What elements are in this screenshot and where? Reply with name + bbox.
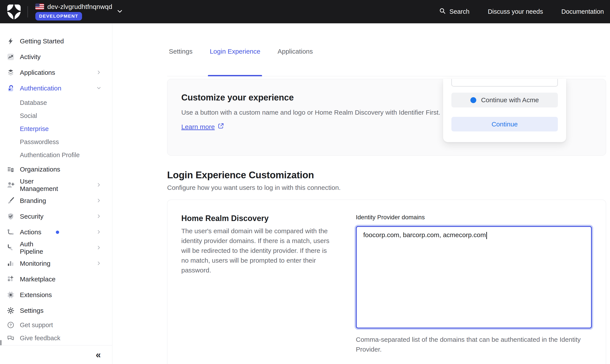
sidebar-item-give-feedback[interactable]: Give feedback [0,332,112,345]
sidebar-item-organizations[interactable]: Organizations [0,161,112,177]
section-subtitle: Configure how you want users to log in w… [167,184,606,191]
sidebar-nav: Getting Started Activity Applications Au… [0,23,112,345]
tab-login-experience[interactable]: Login Experience [208,45,262,76]
gear-icon [7,307,15,314]
activity-chart-icon [7,53,15,61]
collapse-sidebar-button[interactable]: « [96,350,101,359]
chevron-right-icon [96,244,101,251]
unlocked-padlock-icon [7,84,15,92]
tab-settings[interactable]: Settings [167,45,194,76]
lightning-icon [7,37,15,45]
tab-applications[interactable]: Applications [276,45,315,76]
sidebar-item-auth-pipeline[interactable]: Auth Pipeline [0,240,112,256]
login-preview-widget: Continue with Acme Continue [443,79,566,142]
chevron-right-icon [96,69,101,76]
layers-icon [7,69,15,77]
help-circle-icon: ? [7,321,15,329]
sidebar-item-activity[interactable]: Activity [0,49,112,65]
topbar: dev-zlvgrudhtfnqnwqd DEVELOPMENT Search … [0,0,610,23]
paintbrush-icon [7,197,15,205]
home-realm-discovery-description: The user's email domain will be compared… [181,226,334,275]
sidebar-item-monitoring[interactable]: Monitoring [0,256,112,271]
topbar-divider [27,6,28,17]
section-header: Login Experience Customization Configure… [167,169,606,191]
chevron-right-icon [96,197,101,205]
environment-badge: DEVELOPMENT [35,12,82,21]
search-button[interactable]: Search [439,7,470,16]
sidebar-item-get-support[interactable]: ? Get support [0,318,112,332]
customize-card-description: Use a button with a custom name and logo… [181,107,443,117]
sidebar-item-extensions[interactable]: Extensions [0,287,112,303]
marketplace-icon [7,275,15,283]
home-realm-discovery-title: Home Realm Discovery [181,214,334,223]
customize-experience-card: Customize your experience Use a button w… [167,79,606,156]
shield-check-icon [7,212,15,220]
sidebar-item-settings[interactable]: Settings [0,303,112,318]
section-title: Login Experience Customization [167,169,606,181]
chevron-down-icon [96,85,101,92]
sidebar-subitem-social[interactable]: Social [0,109,112,122]
identity-provider-domains-value: foocorp.com, barcorp.com, acmecorp.com [363,231,486,238]
sidebar-item-marketplace[interactable]: Marketplace [0,271,112,287]
main-content: Settings Login Experience Applications C… [112,23,610,364]
tab-bar: Settings Login Experience Applications [167,45,606,76]
sidebar-item-authentication[interactable]: Authentication [0,80,112,96]
discuss-your-needs-link[interactable]: Discuss your needs [488,8,543,15]
chevron-right-icon [96,260,101,267]
sidebar: Getting Started Activity Applications Au… [0,23,112,364]
login-customization-card: Home Realm Discovery The user's email do… [167,200,606,364]
user-gear-icon [7,181,15,189]
sidebar-subitem-passwordless[interactable]: Passwordless [0,135,112,148]
sidebar-item-branding[interactable]: Branding [0,193,112,208]
sidebar-subitem-authentication-profile[interactable]: Authentication Profile [0,148,112,161]
preview-continue-button: Continue [451,117,558,131]
sidebar-subitem-database[interactable]: Database [0,96,112,109]
identity-provider-domains-label: Identity Provider domains [356,214,592,221]
learn-more-link[interactable]: Learn more [181,123,224,131]
svg-text:?: ? [10,323,12,327]
tenant-name: dev-zlvgrudhtfnqnwqd [47,3,112,11]
sidebar-item-getting-started[interactable]: Getting Started [0,33,112,49]
text-caret [486,232,487,239]
chevron-right-icon [96,228,101,236]
identity-provider-domains-helper: Comma-separated list of the domains that… [356,335,592,354]
workflow-icon [7,228,15,236]
feedback-bubbles-icon [7,334,15,342]
chevron-right-icon [96,213,101,220]
sidebar-item-user-management[interactable]: User Management [0,177,112,193]
sidebar-item-security[interactable]: Security [0,208,112,224]
sidebar-item-applications[interactable]: Applications [0,65,112,80]
pipeline-icon [7,244,15,252]
preview-idp-button: Continue with Acme [451,93,558,107]
actions-notification-dot [56,231,59,234]
identity-provider-domains-textarea[interactable]: foocorp.com, barcorp.com, acmecorp.com [356,226,592,328]
search-label: Search [449,8,470,15]
chevron-down-icon [117,8,123,15]
sidebar-subitem-enterprise[interactable]: Enterprise [0,122,112,135]
search-icon [439,7,446,16]
preview-identifier-input [451,79,558,87]
documentation-link[interactable]: Documentation [561,8,604,15]
acme-logo-icon [470,97,476,103]
sidebar-footer: « [0,345,112,364]
chip-icon [7,291,15,299]
bar-chart-icon [7,260,15,267]
sidebar-item-actions[interactable]: Actions [0,224,112,240]
us-flag-icon [35,3,44,10]
chevron-right-icon [96,181,101,189]
tenant-switcher[interactable]: dev-zlvgrudhtfnqnwqd DEVELOPMENT [35,3,123,21]
external-link-icon [217,123,224,131]
organizations-icon [7,165,15,173]
auth0-logo-icon[interactable] [5,3,23,21]
